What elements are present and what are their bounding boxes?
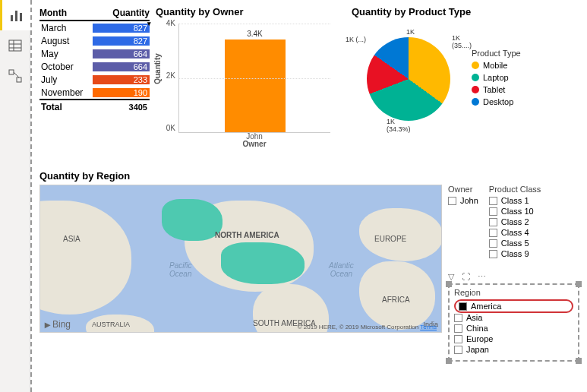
svg-line-9 bbox=[14, 72, 19, 77]
legend-swatch bbox=[472, 98, 479, 106]
region-slicer[interactable]: Region AmericaAsiaChinaEuropeJapan bbox=[448, 283, 579, 362]
legend-swatch bbox=[472, 74, 479, 81]
legend-label: Tablet bbox=[483, 85, 505, 94]
map-visual[interactable]: ASIA NORTH AMERICA EUROPE AFRICA SOUTH A… bbox=[39, 185, 442, 333]
slicer-item-label: Class 4 bbox=[501, 228, 529, 237]
table-row[interactable]: March827 bbox=[39, 21, 150, 34]
x-category: JohnOwner bbox=[178, 133, 330, 148]
pie-chart[interactable]: Quantity by Product Type 1K 1K (35....) … bbox=[352, 6, 579, 166]
cell-month: July bbox=[39, 74, 93, 85]
legend-title: Product Type bbox=[472, 49, 521, 58]
pie-title: Quantity by Product Type bbox=[352, 6, 579, 17]
slicer-panel: Owner John Product Class Class 1Class 10… bbox=[448, 185, 579, 362]
pie-dl: 1K bbox=[406, 28, 415, 36]
checkbox-icon[interactable] bbox=[489, 218, 497, 226]
checkbox-icon[interactable] bbox=[489, 207, 497, 216]
svg-rect-1 bbox=[15, 11, 17, 21]
total-value: 3405 bbox=[93, 103, 150, 112]
bar-chart[interactable]: Quantity by Owner Quantity 4K 2K 0K 3.4K… bbox=[156, 6, 346, 166]
map-label: NORTH AMERICA bbox=[215, 231, 279, 239]
slicer-toolbar: ▽ ⛶ ⋯ bbox=[448, 272, 579, 282]
slicer-item[interactable]: America bbox=[454, 299, 573, 313]
legend-item[interactable]: Laptop bbox=[472, 73, 521, 82]
pie-dl: 1K (35....) bbox=[452, 34, 472, 49]
pie-dl: 1K (...) bbox=[346, 36, 366, 43]
checkbox-icon[interactable] bbox=[454, 324, 462, 333]
bar-title: Quantity by Owner bbox=[156, 6, 346, 17]
cell-qty: 664 bbox=[93, 62, 150, 71]
table-row[interactable]: July233 bbox=[39, 73, 150, 86]
table-row[interactable]: November190 bbox=[39, 86, 150, 99]
map-label: EUROPE bbox=[374, 235, 406, 243]
bar-john[interactable] bbox=[225, 40, 286, 132]
nav-model[interactable] bbox=[0, 61, 30, 91]
checkbox-icon[interactable] bbox=[489, 229, 497, 237]
legend-label: Desktop bbox=[483, 97, 513, 106]
cell-month: August bbox=[39, 36, 93, 46]
table-row[interactable]: August827 bbox=[39, 34, 150, 47]
cell-month: May bbox=[39, 49, 93, 59]
checkbox-icon[interactable] bbox=[489, 239, 497, 248]
slicer-item[interactable]: Class 5 bbox=[489, 239, 541, 248]
svg-rect-8 bbox=[17, 77, 21, 82]
legend-item[interactable]: Mobile bbox=[472, 61, 521, 70]
cell-month: October bbox=[39, 62, 93, 72]
legend-item[interactable]: Desktop bbox=[472, 97, 521, 106]
slicer-item[interactable]: Europe bbox=[454, 334, 573, 343]
table-visual[interactable]: Month Quantity March827August827May664Oc… bbox=[39, 6, 150, 166]
product-class-slicer[interactable]: Product Class Class 1Class 10Class 2Clas… bbox=[489, 185, 541, 260]
owner-slicer[interactable]: Owner John bbox=[448, 185, 478, 260]
map-label: AUSTRALIA bbox=[92, 321, 130, 328]
slicer-item-label: Class 9 bbox=[501, 249, 529, 258]
pie-legend: Product Type MobileLaptopTabletDesktop bbox=[472, 49, 521, 109]
more-icon[interactable]: ⋯ bbox=[478, 272, 486, 282]
table-row[interactable]: October664 bbox=[39, 60, 150, 73]
legend-item[interactable]: Tablet bbox=[472, 85, 521, 94]
slicer-item[interactable]: Class 2 bbox=[489, 217, 541, 226]
slicer-item[interactable]: China bbox=[454, 324, 573, 333]
svg-rect-2 bbox=[20, 13, 22, 21]
th-quantity[interactable]: Quantity bbox=[93, 8, 150, 18]
focus-icon[interactable]: ⛶ bbox=[462, 272, 470, 282]
checkbox-icon[interactable] bbox=[454, 346, 462, 354]
pie-graphic[interactable] bbox=[367, 37, 450, 121]
cell-month: March bbox=[39, 23, 93, 33]
ytick: 4K bbox=[156, 19, 175, 27]
slicer-title: Owner bbox=[448, 185, 478, 194]
map-ocean: Atlantic Ocean bbox=[329, 261, 354, 278]
slicer-item[interactable]: John bbox=[448, 196, 478, 205]
checkbox-icon[interactable] bbox=[448, 197, 456, 205]
map-ocean: Pacific Ocean bbox=[169, 261, 191, 278]
nav-report[interactable] bbox=[0, 0, 30, 30]
slicer-item-label: Class 2 bbox=[501, 217, 529, 226]
slicer-item[interactable]: Class 1 bbox=[489, 196, 541, 205]
slicer-item[interactable]: Japan bbox=[454, 345, 573, 354]
checkbox-icon[interactable] bbox=[454, 314, 462, 322]
slicer-item-label: Class 1 bbox=[501, 196, 529, 205]
checkbox-icon[interactable] bbox=[489, 197, 497, 205]
svg-rect-3 bbox=[9, 40, 21, 51]
map-label: AFRICA bbox=[382, 296, 410, 304]
checkbox-icon[interactable] bbox=[459, 302, 467, 311]
slicer-item[interactable]: Class 9 bbox=[489, 249, 541, 258]
checkbox-icon[interactable] bbox=[454, 335, 462, 343]
legend-swatch bbox=[472, 86, 479, 93]
slicer-item-label: America bbox=[471, 302, 501, 311]
slicer-item[interactable]: Class 10 bbox=[489, 207, 541, 216]
slicer-item[interactable]: Class 4 bbox=[489, 228, 541, 237]
svg-rect-0 bbox=[11, 15, 13, 21]
terms-link[interactable]: Terms bbox=[420, 324, 437, 330]
slicer-title: Region bbox=[454, 288, 573, 297]
checkbox-icon[interactable] bbox=[489, 250, 497, 258]
ytick: 2K bbox=[156, 71, 175, 80]
slicer-item-label: China bbox=[466, 324, 488, 333]
table-row[interactable]: May664 bbox=[39, 47, 150, 60]
slicer-item-label: Class 5 bbox=[501, 239, 529, 248]
slicer-item-label: John bbox=[460, 196, 478, 205]
nav-data[interactable] bbox=[0, 30, 30, 61]
slicer-item-label: Class 10 bbox=[501, 207, 534, 216]
cell-qty: 190 bbox=[93, 88, 150, 97]
pie-dl: 1K (34.3%) bbox=[387, 118, 411, 133]
slicer-item[interactable]: Asia bbox=[454, 313, 573, 322]
th-month[interactable]: Month bbox=[39, 8, 93, 18]
